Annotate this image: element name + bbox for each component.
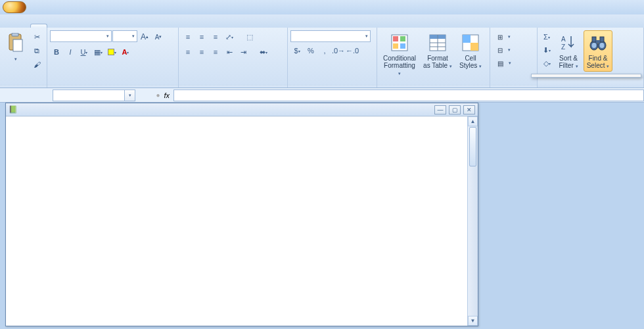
format-as-table-button[interactable]: Formatas Table ▾ (421, 30, 455, 72)
conditional-formatting-button[interactable]: ConditionalFormatting ▾ (380, 30, 419, 79)
paste-button[interactable]: ▾ (3, 30, 29, 64)
scroll-thumb[interactable] (469, 127, 476, 166)
group-clipboard-label (0, 85, 47, 88)
sort-icon: AZ (558, 32, 579, 53)
name-box-dropdown[interactable]: ▾ (125, 89, 135, 101)
svg-rect-5 (400, 36, 405, 41)
cell-styles-label: CellStyles ▾ (459, 55, 482, 70)
group-font-label (47, 85, 178, 88)
decrease-decimal-button[interactable]: ←.0 (346, 44, 359, 57)
autosum-button[interactable]: Σ▾ (540, 30, 553, 43)
name-box[interactable] (53, 89, 125, 101)
align-right-button[interactable]: ≡ (209, 45, 222, 59)
border-button[interactable]: ▦▾ (91, 45, 104, 59)
worksheet-window: 📗 — ▢ ✕ ▲ ▼ (5, 103, 478, 326)
group-alignment-label (179, 85, 287, 88)
format-painter-button[interactable]: 🖌 (30, 58, 43, 71)
cut-button[interactable]: ✂ (30, 30, 43, 43)
clear-button[interactable]: ◇▾ (540, 57, 553, 70)
office-button[interactable] (3, 1, 26, 13)
fx-icon[interactable]: fx (164, 91, 170, 99)
minimize-button[interactable]: — (434, 105, 446, 114)
decrease-indent-button[interactable]: ⇤ (223, 45, 236, 59)
find-select-menu (531, 74, 641, 78)
delete-cells-button[interactable]: ⊟ ▾ (493, 43, 515, 57)
align-center-button[interactable]: ≡ (195, 45, 208, 59)
scroll-down-button[interactable]: ▼ (468, 316, 478, 326)
scroll-up-button[interactable]: ▲ (468, 116, 478, 126)
svg-rect-24 (596, 40, 600, 43)
svg-rect-2 (13, 39, 22, 51)
vertical-scrollbar[interactable]: ▲ ▼ (467, 116, 478, 326)
svg-point-21 (600, 43, 605, 48)
increase-indent-button[interactable]: ⇥ (237, 45, 250, 59)
grow-font-button[interactable]: A▴ (138, 30, 151, 43)
sort-filter-button[interactable]: AZ Sort &Filter ▾ (555, 30, 582, 72)
sort-label: Sort &Filter ▾ (559, 55, 578, 70)
binoculars-icon (587, 32, 609, 53)
copy-button[interactable]: ⧉ (30, 44, 43, 57)
insert-cells-button[interactable]: ⊞ ▾ (493, 30, 515, 43)
formula-bar: ▾ ● fx (0, 88, 644, 103)
font-color-button[interactable]: A▾ (119, 45, 132, 59)
svg-text:Z: Z (561, 43, 565, 51)
cond-format-icon (389, 32, 410, 53)
underline-button[interactable]: U▾ (78, 45, 91, 59)
svg-rect-4 (393, 36, 398, 41)
comma-button[interactable]: , (318, 44, 331, 57)
align-left-button[interactable]: ≡ (181, 45, 195, 59)
ribbon: ▾ ✂ ⧉ 🖌 ▾ ▾ A▴ A▾ B I U▾ ▦▾ ▾ (0, 28, 644, 88)
fill-color-button[interactable]: ▾ (105, 45, 118, 59)
find-select-button[interactable]: Find &Select ▾ (584, 30, 612, 72)
title-bar (0, 0, 644, 14)
maximize-button[interactable]: ▢ (449, 105, 461, 114)
svg-text:A: A (561, 36, 566, 43)
close-button[interactable]: ✕ (463, 105, 475, 114)
align-bottom-button[interactable]: ≡ (209, 30, 222, 43)
merge-center-button[interactable]: ⬌▾ (250, 45, 277, 59)
align-top-button[interactable]: ≡ (181, 30, 195, 43)
align-middle-button[interactable]: ≡ (195, 30, 208, 43)
group-styles-label (377, 85, 490, 88)
italic-button[interactable]: I (64, 45, 77, 59)
bold-button[interactable]: B (50, 45, 63, 59)
currency-button[interactable]: $▾ (290, 44, 304, 57)
table-label: Formatas Table ▾ (423, 55, 452, 70)
group-cells-label (490, 85, 537, 88)
svg-rect-1 (12, 33, 18, 36)
cell-styles-icon (460, 32, 481, 53)
shrink-font-button[interactable]: A▾ (152, 30, 165, 43)
find-label: Find &Select ▾ (587, 55, 610, 70)
wrap-text-button[interactable]: ⬚ (237, 30, 263, 43)
font-size-select[interactable]: ▾ (112, 30, 137, 42)
orientation-button[interactable]: ⤢▾ (223, 30, 236, 43)
group-number-label (288, 85, 377, 88)
svg-rect-22 (592, 37, 596, 42)
formula-input[interactable] (173, 89, 644, 101)
svg-rect-23 (600, 37, 604, 42)
group-editing-label (538, 78, 643, 88)
percent-button[interactable]: % (304, 44, 317, 57)
table-icon (427, 32, 448, 53)
number-format-select[interactable]: ▾ (290, 30, 371, 42)
cond-fmt-label: ConditionalFormatting ▾ (382, 55, 417, 77)
svg-point-20 (592, 43, 597, 48)
svg-rect-6 (393, 43, 398, 49)
fill-button[interactable]: ⬇▾ (540, 43, 553, 57)
fx-area: ● fx (141, 91, 173, 99)
increase-decimal-button[interactable]: .0→ (332, 44, 345, 57)
svg-rect-14 (463, 35, 471, 43)
format-cells-button[interactable]: ▤ ▾ (493, 57, 516, 70)
svg-rect-7 (400, 43, 405, 49)
svg-rect-15 (471, 43, 478, 51)
paste-icon (5, 32, 26, 53)
font-name-select[interactable]: ▾ (50, 30, 112, 42)
worksheet-titlebar[interactable]: 📗 — ▢ ✕ (6, 103, 478, 116)
ribbon-tabs (0, 14, 644, 28)
cell-styles-button[interactable]: CellStyles ▾ (456, 30, 485, 72)
excel-doc-icon: 📗 (9, 105, 18, 114)
